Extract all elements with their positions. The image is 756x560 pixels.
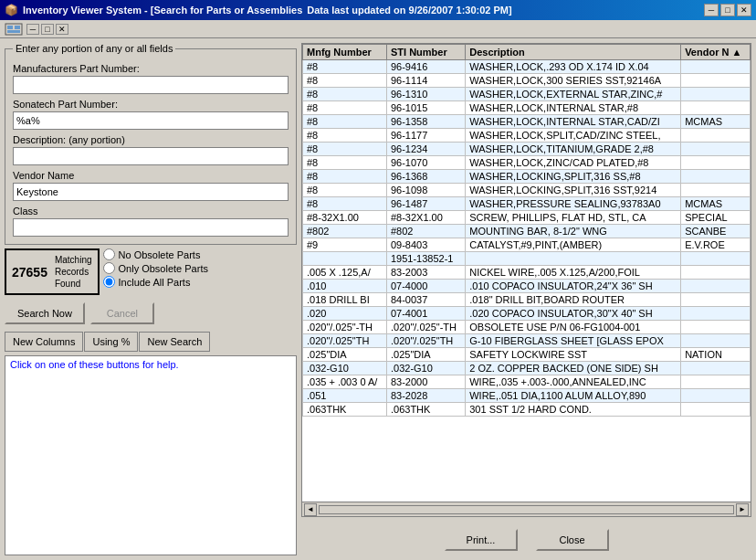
table-row[interactable]: .02007-4001.020 COPACO INSULATOR,30"X 40… [303, 307, 751, 321]
table-row[interactable]: #896-1487WASHER,PRESSURE SEALING,93783A0… [303, 197, 751, 211]
table-row[interactable]: .020"/.025"TH.020"/.025"THG-10 FIBERGLAS… [303, 334, 751, 348]
class-label: Class [13, 206, 289, 217]
footer-buttons: Print... Close [301, 522, 751, 555]
close-button[interactable]: ✕ [737, 4, 751, 16]
table-row[interactable]: #896-1368WASHER,LOCKING,SPLIT,316 SS,#8 [303, 170, 751, 184]
sonatech-input[interactable] [13, 111, 289, 130]
svg-rect-1 [7, 26, 13, 29]
col-sti-number[interactable]: STI Number [386, 45, 465, 60]
matching-records-box: 27655 Matching Records Found [5, 248, 100, 295]
table-container[interactable]: Mnfg Number STI Number Description Vendo… [302, 44, 751, 502]
table-row[interactable]: .063THK.063THK301 SST 1/2 HARD COND. [303, 403, 751, 417]
no-obsolete-radio[interactable]: No Obsolete Parts [103, 248, 208, 260]
tab-row: New Columns Using % New Search [5, 332, 297, 352]
table-row[interactable]: #896-1177WASHER,LOCK,SPLIT,CAD/ZINC STEE… [303, 129, 751, 143]
table-row[interactable]: #896-1098WASHER,LOCKING,SPLIT,316 SST,92… [303, 184, 751, 197]
print-button[interactable]: Print... [445, 529, 518, 551]
table-row[interactable]: #896-1310WASHER,LOCK,EXTERNAL STAR,ZINC,… [303, 88, 751, 101]
table-row[interactable]: .01007-4000.010 COPACO INSULATOR,24"X 36… [303, 280, 751, 293]
using-pct-button[interactable]: Using % [84, 332, 138, 352]
matching-section: 27655 Matching Records Found No Obsolete… [5, 248, 297, 295]
title-bar: 📦 Inventory Viewer System - [Search for … [0, 0, 756, 20]
table-row[interactable]: #896-1015WASHER,LOCK,INTERNAL STAR,#8 [303, 101, 751, 115]
table-row[interactable]: .025"DIA.025"DIASAFETY LOCKWIRE SSTNATIO… [303, 348, 751, 362]
results-table: Mnfg Number STI Number Description Vendo… [302, 44, 751, 417]
col-mfg-number[interactable]: Mnfg Number [303, 45, 387, 60]
table-row[interactable]: #909-8403CATALYST,#9,PINT,(AMBER)E.V.ROE [303, 238, 751, 252]
new-search-button[interactable]: New Search [139, 332, 210, 352]
only-obsolete-radio[interactable]: Only Obsolete Parts [103, 262, 208, 274]
close-button[interactable]: Close [536, 529, 609, 551]
app-icon: 📦 [5, 4, 18, 16]
matching-count: 27655 [12, 265, 47, 280]
inner-close[interactable]: ✕ [56, 24, 68, 35]
inner-restore[interactable]: □ [41, 24, 54, 35]
table-row[interactable]: #896-9416WASHER,LOCK,.293 OD X.174 ID X.… [303, 60, 751, 74]
table-row[interactable]: .05183-2028WIRE,.051 DIA,1100 ALUM ALLOY… [303, 389, 751, 403]
table-row[interactable]: .020"/.025"-TH.020"/.025"-THOBSOLETE USE… [303, 321, 751, 334]
vendor-label: Vendor Name [13, 170, 289, 181]
svg-rect-3 [7, 30, 20, 33]
svg-rect-2 [15, 26, 20, 29]
scroll-right-arrow[interactable]: ► [736, 503, 749, 516]
matching-label: Matching Records Found [55, 254, 92, 290]
col-description[interactable]: Description [466, 45, 681, 60]
table-row[interactable]: .018 DRILL BI84-0037.018" DRILL BIT,BOAR… [303, 293, 751, 307]
table-row[interactable]: #896-1114WASHER,LOCK,300 SERIES SST,9214… [303, 74, 751, 88]
window-subtitle: Data last updated on 9/26/2007 1:30:02 P… [307, 5, 511, 16]
restore-button[interactable]: □ [720, 4, 735, 16]
table-row[interactable]: .005 X .125,A/83-2003NICKEL WIRE,.005 X.… [303, 266, 751, 280]
table-row[interactable]: #802#802MOUNTING BAR, 8-1/2" WNGSCANBE [303, 225, 751, 238]
new-columns-button[interactable]: New Columns [5, 332, 83, 352]
menu-bar: ─ □ ✕ [0, 20, 756, 38]
class-input[interactable] [13, 218, 289, 237]
include-all-radio[interactable]: Include All Parts [103, 276, 208, 288]
mfg-input[interactable] [13, 76, 289, 94]
minimize-button[interactable]: ─ [704, 4, 719, 16]
left-panel: Enter any portion of any or all fields M… [5, 43, 297, 555]
description-input[interactable] [13, 147, 289, 165]
mfg-label: Manufacturers Part Number: [13, 63, 289, 74]
table-row[interactable]: #896-1070WASHER,LOCK,ZINC/CAD PLATED,#8 [303, 156, 751, 170]
search-now-button[interactable]: Search Now [5, 302, 85, 324]
table-row[interactable]: .035 + .003 0 A/83-2000WIRE,.035 +.003-.… [303, 375, 751, 389]
vendor-input[interactable] [13, 183, 289, 201]
fields-legend: Enter any portion of any or all fields [13, 43, 175, 54]
scroll-left-arrow[interactable]: ◄ [304, 503, 317, 516]
app-logo-icon [5, 22, 23, 37]
action-buttons: Search Now Cancel [5, 302, 297, 324]
table-row[interactable]: .032-G10.032-G102 OZ. COPPER BACKED (ONE… [303, 362, 751, 375]
inner-minimize[interactable]: ─ [26, 24, 39, 35]
sonatech-label: Sonatech Part Number: [13, 99, 289, 110]
table-row[interactable]: 1951-13852-1 [303, 252, 751, 266]
col-vendor[interactable]: Vendor N ▲ [681, 45, 751, 60]
table-row[interactable]: #896-1358WASHER,LOCK,INTERNAL STAR,CAD/Z… [303, 115, 751, 129]
table-row[interactable]: #8-32X1.00#8-32X1.00SCREW, PHILLIPS, FLA… [303, 211, 751, 225]
help-text: Click on one of these buttons for help. [10, 359, 179, 370]
results-table-panel: Mnfg Number STI Number Description Vendo… [301, 43, 751, 517]
main-content: Enter any portion of any or all fields M… [0, 38, 756, 560]
search-fields-group: Enter any portion of any or all fields M… [5, 43, 297, 245]
scroll-bar[interactable]: ◄ ► [302, 502, 751, 516]
obsolete-radio-group: No Obsolete Parts Only Obsolete Parts In… [103, 248, 208, 288]
window-title: Inventory Viewer System - [Search for Pa… [23, 5, 302, 16]
description-label: Description: (any portion) [13, 134, 289, 145]
table-row[interactable]: #896-1234WASHER,LOCK,TITANIUM,GRADE 2,#8 [303, 143, 751, 156]
help-box: Click on one of these buttons for help. [5, 355, 297, 555]
cancel-button[interactable]: Cancel [90, 302, 154, 324]
